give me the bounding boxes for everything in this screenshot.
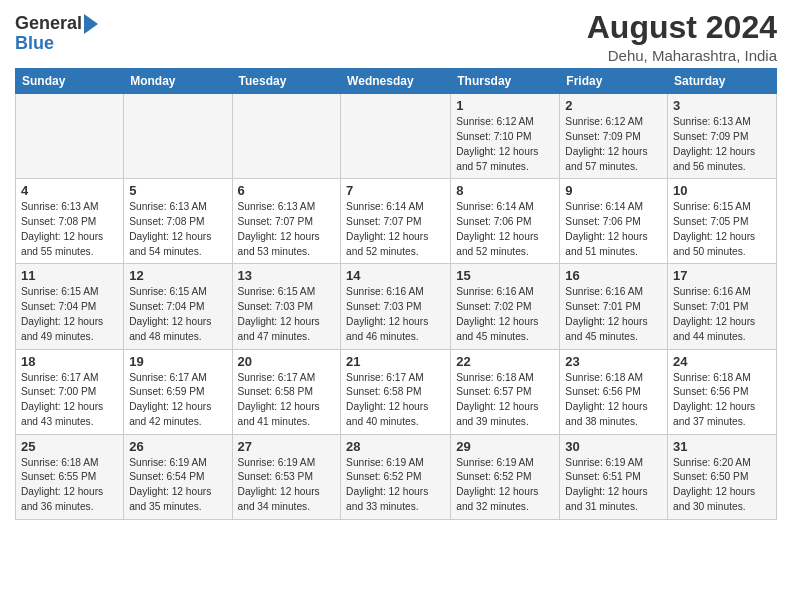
day-number: 16 bbox=[565, 268, 662, 283]
day-number: 23 bbox=[565, 354, 662, 369]
day-number: 30 bbox=[565, 439, 662, 454]
calendar-cell: 10Sunrise: 6:15 AMSunset: 7:05 PMDayligh… bbox=[668, 179, 777, 264]
day-number: 1 bbox=[456, 98, 554, 113]
calendar-cell: 25Sunrise: 6:18 AMSunset: 6:55 PMDayligh… bbox=[16, 434, 124, 519]
calendar-cell: 11Sunrise: 6:15 AMSunset: 7:04 PMDayligh… bbox=[16, 264, 124, 349]
day-number: 12 bbox=[129, 268, 226, 283]
header: General Blue August 2024 Dehu, Maharasht… bbox=[15, 10, 777, 64]
calendar-week-row: 18Sunrise: 6:17 AMSunset: 7:00 PMDayligh… bbox=[16, 349, 777, 434]
calendar-cell: 26Sunrise: 6:19 AMSunset: 6:54 PMDayligh… bbox=[124, 434, 232, 519]
calendar-cell: 22Sunrise: 6:18 AMSunset: 6:57 PMDayligh… bbox=[451, 349, 560, 434]
calendar-cell bbox=[341, 94, 451, 179]
day-number: 26 bbox=[129, 439, 226, 454]
calendar-cell: 2Sunrise: 6:12 AMSunset: 7:09 PMDaylight… bbox=[560, 94, 668, 179]
day-number: 11 bbox=[21, 268, 118, 283]
page-container: General Blue August 2024 Dehu, Maharasht… bbox=[0, 0, 792, 530]
day-number: 29 bbox=[456, 439, 554, 454]
day-info: Sunrise: 6:13 AMSunset: 7:09 PMDaylight:… bbox=[673, 115, 771, 174]
location-subtitle: Dehu, Maharashtra, India bbox=[587, 47, 777, 64]
day-number: 28 bbox=[346, 439, 445, 454]
logo-blue-text: Blue bbox=[15, 34, 54, 54]
calendar-header-row: Sunday Monday Tuesday Wednesday Thursday… bbox=[16, 69, 777, 94]
calendar-cell: 14Sunrise: 6:16 AMSunset: 7:03 PMDayligh… bbox=[341, 264, 451, 349]
calendar-cell: 28Sunrise: 6:19 AMSunset: 6:52 PMDayligh… bbox=[341, 434, 451, 519]
day-number: 2 bbox=[565, 98, 662, 113]
header-monday: Monday bbox=[124, 69, 232, 94]
calendar-cell: 8Sunrise: 6:14 AMSunset: 7:06 PMDaylight… bbox=[451, 179, 560, 264]
calendar-cell: 31Sunrise: 6:20 AMSunset: 6:50 PMDayligh… bbox=[668, 434, 777, 519]
day-number: 25 bbox=[21, 439, 118, 454]
day-number: 9 bbox=[565, 183, 662, 198]
calendar-cell: 23Sunrise: 6:18 AMSunset: 6:56 PMDayligh… bbox=[560, 349, 668, 434]
day-info: Sunrise: 6:16 AMSunset: 7:03 PMDaylight:… bbox=[346, 285, 445, 344]
calendar-table: Sunday Monday Tuesday Wednesday Thursday… bbox=[15, 68, 777, 520]
calendar-cell: 6Sunrise: 6:13 AMSunset: 7:07 PMDaylight… bbox=[232, 179, 341, 264]
day-number: 6 bbox=[238, 183, 336, 198]
day-number: 21 bbox=[346, 354, 445, 369]
calendar-cell: 13Sunrise: 6:15 AMSunset: 7:03 PMDayligh… bbox=[232, 264, 341, 349]
day-info: Sunrise: 6:13 AMSunset: 7:08 PMDaylight:… bbox=[21, 200, 118, 259]
day-info: Sunrise: 6:15 AMSunset: 7:04 PMDaylight:… bbox=[129, 285, 226, 344]
calendar-week-row: 11Sunrise: 6:15 AMSunset: 7:04 PMDayligh… bbox=[16, 264, 777, 349]
day-info: Sunrise: 6:17 AMSunset: 7:00 PMDaylight:… bbox=[21, 371, 118, 430]
month-year-title: August 2024 bbox=[587, 10, 777, 45]
day-info: Sunrise: 6:18 AMSunset: 6:57 PMDaylight:… bbox=[456, 371, 554, 430]
day-info: Sunrise: 6:19 AMSunset: 6:52 PMDaylight:… bbox=[346, 456, 445, 515]
day-number: 19 bbox=[129, 354, 226, 369]
calendar-week-row: 4Sunrise: 6:13 AMSunset: 7:08 PMDaylight… bbox=[16, 179, 777, 264]
day-info: Sunrise: 6:20 AMSunset: 6:50 PMDaylight:… bbox=[673, 456, 771, 515]
header-thursday: Thursday bbox=[451, 69, 560, 94]
calendar-cell: 16Sunrise: 6:16 AMSunset: 7:01 PMDayligh… bbox=[560, 264, 668, 349]
calendar-cell: 4Sunrise: 6:13 AMSunset: 7:08 PMDaylight… bbox=[16, 179, 124, 264]
header-saturday: Saturday bbox=[668, 69, 777, 94]
calendar-cell: 19Sunrise: 6:17 AMSunset: 6:59 PMDayligh… bbox=[124, 349, 232, 434]
logo-general-text: General bbox=[15, 14, 82, 34]
day-info: Sunrise: 6:14 AMSunset: 7:07 PMDaylight:… bbox=[346, 200, 445, 259]
day-info: Sunrise: 6:17 AMSunset: 6:59 PMDaylight:… bbox=[129, 371, 226, 430]
calendar-week-row: 25Sunrise: 6:18 AMSunset: 6:55 PMDayligh… bbox=[16, 434, 777, 519]
day-info: Sunrise: 6:15 AMSunset: 7:04 PMDaylight:… bbox=[21, 285, 118, 344]
calendar-cell: 9Sunrise: 6:14 AMSunset: 7:06 PMDaylight… bbox=[560, 179, 668, 264]
day-info: Sunrise: 6:15 AMSunset: 7:03 PMDaylight:… bbox=[238, 285, 336, 344]
day-number: 4 bbox=[21, 183, 118, 198]
day-info: Sunrise: 6:19 AMSunset: 6:52 PMDaylight:… bbox=[456, 456, 554, 515]
calendar-cell bbox=[232, 94, 341, 179]
calendar-cell bbox=[16, 94, 124, 179]
header-wednesday: Wednesday bbox=[341, 69, 451, 94]
day-info: Sunrise: 6:12 AMSunset: 7:10 PMDaylight:… bbox=[456, 115, 554, 174]
calendar-week-row: 1Sunrise: 6:12 AMSunset: 7:10 PMDaylight… bbox=[16, 94, 777, 179]
day-info: Sunrise: 6:16 AMSunset: 7:01 PMDaylight:… bbox=[565, 285, 662, 344]
day-info: Sunrise: 6:12 AMSunset: 7:09 PMDaylight:… bbox=[565, 115, 662, 174]
day-info: Sunrise: 6:13 AMSunset: 7:08 PMDaylight:… bbox=[129, 200, 226, 259]
day-info: Sunrise: 6:18 AMSunset: 6:56 PMDaylight:… bbox=[673, 371, 771, 430]
calendar-cell: 29Sunrise: 6:19 AMSunset: 6:52 PMDayligh… bbox=[451, 434, 560, 519]
day-info: Sunrise: 6:14 AMSunset: 7:06 PMDaylight:… bbox=[456, 200, 554, 259]
calendar-cell: 7Sunrise: 6:14 AMSunset: 7:07 PMDaylight… bbox=[341, 179, 451, 264]
calendar-cell: 12Sunrise: 6:15 AMSunset: 7:04 PMDayligh… bbox=[124, 264, 232, 349]
header-tuesday: Tuesday bbox=[232, 69, 341, 94]
calendar-cell: 5Sunrise: 6:13 AMSunset: 7:08 PMDaylight… bbox=[124, 179, 232, 264]
calendar-cell: 21Sunrise: 6:17 AMSunset: 6:58 PMDayligh… bbox=[341, 349, 451, 434]
day-info: Sunrise: 6:18 AMSunset: 6:55 PMDaylight:… bbox=[21, 456, 118, 515]
calendar-cell: 27Sunrise: 6:19 AMSunset: 6:53 PMDayligh… bbox=[232, 434, 341, 519]
day-number: 8 bbox=[456, 183, 554, 198]
day-number: 17 bbox=[673, 268, 771, 283]
day-number: 13 bbox=[238, 268, 336, 283]
day-number: 18 bbox=[21, 354, 118, 369]
day-number: 3 bbox=[673, 98, 771, 113]
day-info: Sunrise: 6:18 AMSunset: 6:56 PMDaylight:… bbox=[565, 371, 662, 430]
day-number: 31 bbox=[673, 439, 771, 454]
day-number: 10 bbox=[673, 183, 771, 198]
calendar-body: 1Sunrise: 6:12 AMSunset: 7:10 PMDaylight… bbox=[16, 94, 777, 520]
day-number: 24 bbox=[673, 354, 771, 369]
calendar-cell: 30Sunrise: 6:19 AMSunset: 6:51 PMDayligh… bbox=[560, 434, 668, 519]
title-section: August 2024 Dehu, Maharashtra, India bbox=[587, 10, 777, 64]
day-info: Sunrise: 6:19 AMSunset: 6:51 PMDaylight:… bbox=[565, 456, 662, 515]
calendar-cell: 15Sunrise: 6:16 AMSunset: 7:02 PMDayligh… bbox=[451, 264, 560, 349]
day-info: Sunrise: 6:16 AMSunset: 7:02 PMDaylight:… bbox=[456, 285, 554, 344]
logo-arrow-icon bbox=[84, 14, 98, 34]
day-info: Sunrise: 6:14 AMSunset: 7:06 PMDaylight:… bbox=[565, 200, 662, 259]
day-number: 20 bbox=[238, 354, 336, 369]
header-sunday: Sunday bbox=[16, 69, 124, 94]
day-number: 27 bbox=[238, 439, 336, 454]
